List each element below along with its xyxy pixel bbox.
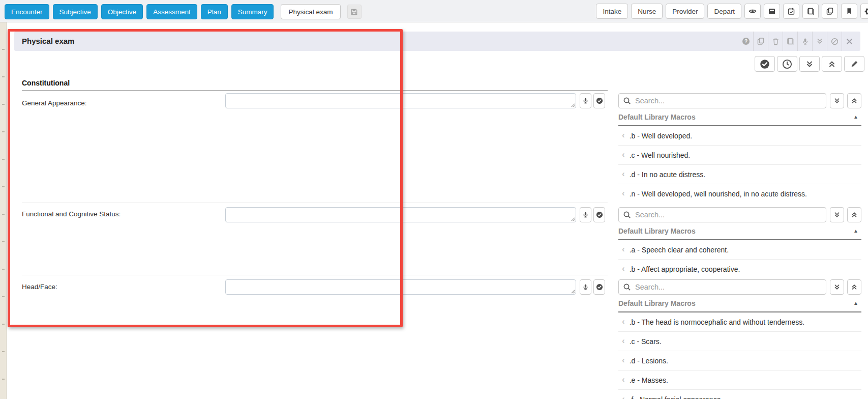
close-panel-button[interactable]: [842, 32, 856, 51]
insert-macro-icon: ‹: [622, 355, 625, 365]
note-section-nav: Encounter Subjective Objective Assessmen…: [5, 4, 362, 19]
macro-item[interactable]: ‹ .d - In no acute distress.: [618, 164, 861, 184]
confirm-field-button[interactable]: [593, 207, 605, 222]
ehr-screen: Encounter Subjective Objective Assessmen…: [0, 0, 868, 399]
archive-button[interactable]: [764, 4, 780, 19]
eye-icon: [748, 7, 757, 15]
insert-macro-icon: ‹: [622, 317, 625, 327]
insert-macro-icon: ‹: [622, 375, 625, 385]
save-button[interactable]: [347, 5, 362, 19]
copy-icon: [826, 7, 834, 15]
archive-box-icon: [768, 7, 776, 15]
macro-item-label: .n - Well developed, well nourished, in …: [630, 190, 807, 198]
copy-chart-button[interactable]: [822, 4, 838, 19]
macro-item[interactable]: ‹ .b - Well developed.: [618, 126, 861, 145]
macro-search-row: [618, 279, 861, 295]
check-circle-icon: [596, 211, 603, 218]
nav-subjective-button[interactable]: Subjective: [53, 4, 98, 19]
preview-button[interactable]: [744, 4, 761, 19]
nav-summary-button[interactable]: Summary: [231, 4, 274, 19]
collapse-group-icon[interactable]: ▲: [853, 115, 858, 120]
schedule-button[interactable]: [783, 4, 799, 19]
collapse-all-button[interactable]: [822, 56, 842, 72]
macro-item[interactable]: ‹ .e - Masses.: [618, 370, 861, 389]
macro-item-label: .b - The head is normocephalic and witho…: [630, 318, 805, 326]
macro-search-row: [618, 207, 861, 222]
collapse-group-icon[interactable]: ▲: [853, 229, 858, 234]
macro-search-input[interactable]: [618, 93, 826, 108]
macro-search-row: [618, 93, 861, 108]
macro-item-label: .a - Speech clear and coherent.: [630, 246, 729, 254]
nav-assessment-button[interactable]: Assessment: [146, 4, 197, 19]
bookmark-button[interactable]: [841, 4, 857, 19]
expand-macros-button[interactable]: [830, 207, 844, 222]
macro-search-input[interactable]: [618, 279, 826, 295]
confirm-field-button[interactable]: [593, 279, 605, 295]
expand-all-button[interactable]: [799, 56, 820, 72]
nurse-button[interactable]: Nurse: [631, 4, 663, 19]
depart-button[interactable]: Depart: [707, 4, 741, 19]
macro-group-title: Default Library Macros: [618, 299, 696, 307]
collapse-macros-button[interactable]: [847, 207, 861, 222]
double-chevron-up-icon: [828, 60, 836, 68]
nav-objective-button[interactable]: Objective: [101, 4, 143, 19]
history-button[interactable]: [777, 56, 797, 72]
dictate-field-button[interactable]: [580, 279, 591, 295]
macro-item[interactable]: ‹ .b - The head is normocephalic and wit…: [618, 312, 861, 331]
disable-section-button[interactable]: [827, 32, 842, 51]
insert-macro-icon: ‹: [622, 130, 625, 140]
macro-item[interactable]: ‹ .b - Affect appropriate, cooperative.: [618, 259, 861, 278]
double-chevron-down-icon: [833, 97, 841, 104]
pencil-icon: [850, 60, 859, 68]
general-appearance-field-wrap: [225, 93, 576, 108]
mark-complete-button[interactable]: [755, 56, 775, 72]
macro-item-label: .d - In no acute distress.: [630, 170, 705, 179]
confirm-field-button[interactable]: [593, 93, 605, 108]
collapsed-sidebar-handle[interactable]: [0, 22, 7, 399]
section-heading-constitutional: Constitutional: [22, 79, 70, 87]
intake-button[interactable]: Intake: [596, 4, 628, 19]
double-chevron-up-icon: [851, 211, 858, 218]
expand-macros-button[interactable]: [830, 93, 844, 108]
book-icon: [786, 37, 794, 45]
collapse-macros-button[interactable]: [847, 93, 861, 108]
copy-icon: [757, 37, 765, 45]
note-library-button[interactable]: [783, 32, 797, 51]
edit-button[interactable]: [844, 56, 864, 72]
nav-encounter-button[interactable]: Encounter: [5, 4, 49, 19]
macro-item[interactable]: ‹ .c - Well nourished.: [618, 145, 861, 164]
collapse-macros-button[interactable]: [847, 279, 861, 295]
insert-macro-icon: ‹: [622, 244, 625, 254]
macro-search-input[interactable]: [618, 207, 826, 222]
general-appearance-input[interactable]: [225, 93, 576, 108]
macro-item[interactable]: ‹ .a - Speech clear and coherent.: [618, 240, 861, 259]
macro-item[interactable]: ‹ .c - Scars.: [618, 331, 861, 351]
ban-icon: [831, 38, 839, 45]
delete-note-button[interactable]: [768, 32, 783, 51]
svg-text:?: ?: [744, 39, 747, 44]
collapse-group-icon[interactable]: ▲: [853, 301, 858, 306]
macro-item[interactable]: ‹ .n - Well developed, well nourished, i…: [618, 184, 861, 203]
macro-item[interactable]: ‹ .d - Lesions.: [618, 351, 861, 370]
dictate-field-button[interactable]: [580, 93, 591, 108]
macro-panel-functional-cognitive: Default Library Macros ▲ ‹ .a - Speech c…: [611, 207, 861, 278]
functional-cognitive-input[interactable]: [225, 207, 576, 222]
calendar-check-icon: [787, 7, 795, 15]
check-circle-icon: [760, 59, 770, 69]
collapse-panel-button[interactable]: [813, 32, 827, 51]
head-face-input[interactable]: [225, 279, 576, 295]
dictate-note-button[interactable]: [798, 32, 812, 51]
double-chevron-up-icon: [851, 283, 858, 291]
nav-plan-button[interactable]: Plan: [201, 4, 228, 19]
library-button[interactable]: [802, 4, 819, 19]
help-button[interactable]: ?: [739, 32, 753, 51]
copy-note-button[interactable]: [754, 32, 768, 51]
macro-item-label: .c - Well nourished.: [630, 151, 691, 159]
expand-macros-button[interactable]: [830, 279, 844, 295]
provider-button[interactable]: Provider: [666, 4, 704, 19]
settings-button[interactable]: [860, 4, 868, 19]
tab-physical-exam[interactable]: Physical exam: [281, 4, 340, 19]
dictate-field-button[interactable]: [580, 207, 591, 222]
macro-item[interactable]: ‹ .f - Normal facial appearance.: [618, 389, 861, 399]
insert-macro-icon: ‹: [622, 169, 625, 179]
